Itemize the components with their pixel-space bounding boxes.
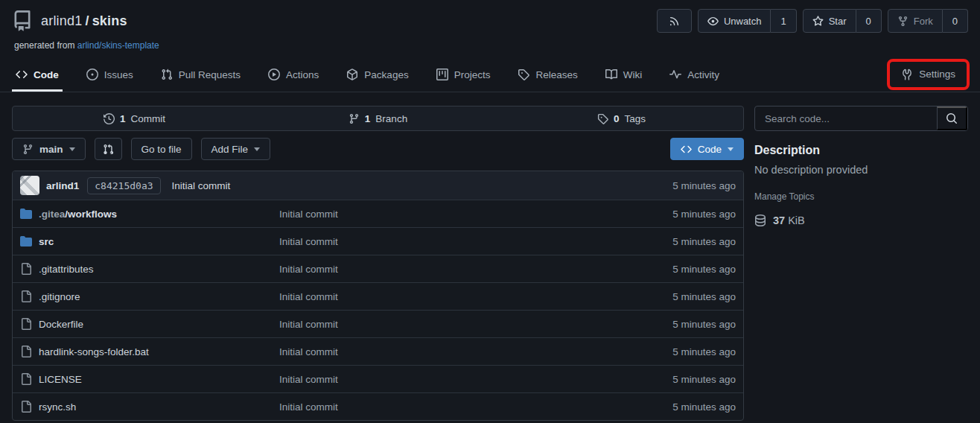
file-commit-message[interactable]: Initial commit [279,319,672,330]
tags-stat[interactable]: 0 Tags [500,106,743,130]
file-commit-time: 5 minutes ago [672,209,736,220]
tab-projects[interactable]: Projects [433,58,494,92]
commit-author[interactable]: arlind1 [46,180,79,191]
code-icon [16,69,28,80]
tab-actions-label: Actions [286,69,319,80]
book-icon [605,69,617,80]
add-file-label: Add File [211,144,249,155]
watch-count[interactable]: 1 [771,9,796,33]
tab-pull-requests[interactable]: Pull Requests [157,58,244,92]
chevron-down-icon [254,147,260,151]
branch-selector[interactable]: main [12,138,86,160]
tab-code-label: Code [34,69,59,80]
template-repo-link[interactable]: arlind/skins-template [77,40,159,51]
repo-size: 37 KiB [754,214,968,226]
repo-title: arlind1/skins [12,10,127,31]
file-commit-time: 5 minutes ago [672,319,736,330]
rss-button[interactable] [657,9,692,33]
watch-button-group: Unwatch 1 [698,9,797,33]
code-icon [681,144,692,155]
database-icon [754,214,766,226]
file-link[interactable]: Dockerfile [39,319,83,330]
tab-actions[interactable]: Actions [264,58,322,92]
file-commit-message[interactable]: Initial commit [279,209,672,220]
file-link[interactable]: .gitattributes [39,264,94,275]
commits-stat[interactable]: 1 Commit [13,106,256,130]
file-commit-time: 5 minutes ago [672,374,736,385]
file-commit-message[interactable]: Initial commit [279,401,672,413]
project-board-icon [436,69,448,80]
manage-topics-link[interactable]: Manage Topics [754,191,968,202]
file-row: .gitattributes Initial commit 5 minutes … [13,255,743,282]
file-commit-message[interactable]: Initial commit [279,291,672,302]
repo-size-unit: KiB [788,214,805,226]
file-link[interactable]: src [39,236,54,247]
go-to-file-button[interactable]: Go to file [131,138,192,160]
tab-code[interactable]: Code [12,58,63,92]
file-link[interactable]: rsync.sh [39,401,76,413]
file-link[interactable]: LICENSE [39,374,82,385]
tab-projects-label: Projects [454,69,491,80]
repo-size-value: 37 [773,214,785,226]
file-row: LICENSE Initial commit 5 minutes ago [13,365,743,392]
file-row: .gitea/workflows Initial commit 5 minute… [13,200,743,227]
branch-name: main [39,144,63,155]
repo-stats-bar: 1 Commit 1 Branch 0 Tags [12,106,744,131]
commit-count-label: Commit [131,113,166,124]
fork-count[interactable]: 0 [943,9,968,33]
search-button[interactable] [937,106,967,130]
tab-packages-label: Packages [364,69,408,80]
star-label: Star [829,16,847,27]
repo-name-link[interactable]: skins [92,13,127,28]
compare-button[interactable] [95,138,122,160]
git-branch-icon [349,113,360,124]
tab-packages[interactable]: Packages [343,58,412,92]
annotation-highlight-box: Settings [887,59,970,90]
tab-settings[interactable]: Settings [901,69,955,80]
star-count[interactable]: 0 [856,9,882,33]
file-row: hardlink-songs-folder.bat Initial commit… [13,337,743,365]
tab-activity[interactable]: Activity [666,58,723,92]
file-icon [20,401,32,413]
search-input[interactable] [755,106,937,130]
repo-action-buttons: Unwatch 1 Star 0 Fork 0 [657,9,968,33]
tab-issues[interactable]: Issues [83,58,137,92]
file-link[interactable]: hardlink-songs-folder.bat [39,346,149,357]
tab-releases-label: Releases [535,69,577,80]
file-row: .gitignore Initial commit 5 minutes ago [13,282,743,310]
branches-stat[interactable]: 1 Branch [256,106,500,130]
tab-pull-requests-label: Pull Requests [179,69,241,80]
tab-issues-label: Issues [104,69,133,80]
latest-commit-row: arlind1 c84215d0a3 Initial commit 5 minu… [13,171,743,200]
tag-count: 0 [614,113,620,124]
git-branch-icon [22,144,34,155]
issue-opened-icon [86,69,98,80]
file-row: rsync.sh Initial commit 5 minutes ago [13,392,743,420]
file-commit-time: 5 minutes ago [672,291,736,302]
fork-button-group: Fork 0 [888,9,968,33]
eye-icon [707,16,719,27]
file-commit-message[interactable]: Initial commit [279,374,672,385]
file-commit-time: 5 minutes ago [672,401,736,413]
file-icon [20,263,32,275]
star-button[interactable]: Star [803,9,856,33]
add-file-button[interactable]: Add File [201,138,271,160]
tab-settings-label: Settings [919,69,955,80]
file-commit-message[interactable]: Initial commit [279,264,672,275]
file-link[interactable]: .gitignore [39,291,80,302]
commit-hash-chip[interactable]: c84215d0a3 [87,177,160,194]
file-commit-message[interactable]: Initial commit [279,346,672,357]
file-link[interactable]: .gitea/workflows [39,209,117,220]
fork-button[interactable]: Fork [888,9,943,33]
repo-owner-link[interactable]: arlind1 [41,13,82,28]
unwatch-button[interactable]: Unwatch [698,9,771,33]
git-pull-request-icon [161,69,173,80]
commit-message-link[interactable]: Initial commit [172,180,231,191]
rss-icon [669,16,680,27]
tab-wiki[interactable]: Wiki [602,58,646,92]
avatar[interactable] [20,176,39,195]
tab-releases[interactable]: Releases [514,58,581,92]
code-download-button[interactable]: Code [670,138,744,160]
package-icon [346,69,358,80]
file-commit-message[interactable]: Initial commit [279,236,672,247]
